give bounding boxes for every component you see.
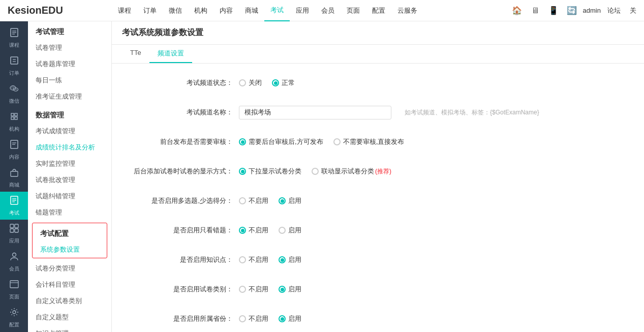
sec-item-sys-params[interactable]: 系统参数设置: [33, 242, 107, 258]
radio-province-disable[interactable]: 不启用: [239, 314, 268, 323]
page-title: 考试系统频道参数设置: [112, 21, 644, 45]
radio-display-linked[interactable]: 联动显示试卷分类(推荐): [312, 167, 391, 176]
monitor-icon[interactable]: 🖥: [528, 4, 542, 18]
sidebar-item-org[interactable]: 机构: [0, 108, 28, 136]
radio-knowledge-disable[interactable]: 不启用: [239, 255, 268, 264]
content-area: 考试系统频道参数设置 TTe 频道设置 考试频道状态： 关闭 正常: [112, 21, 644, 332]
svg-rect-27: [10, 229, 14, 232]
course-icon: [9, 27, 19, 40]
nav-item-exam[interactable]: 考试: [264, 0, 290, 21]
radio-audit-no[interactable]: 不需要审核,直接发布: [333, 137, 405, 146]
sec-item-error-correct[interactable]: 试题纠错管理: [28, 188, 111, 204]
svg-rect-30: [10, 281, 18, 288]
sidebar-item-course[interactable]: 课程: [0, 24, 28, 52]
sidebar-item-config[interactable]: 配置: [0, 304, 28, 331]
radio-label-normal: 正常: [282, 78, 295, 87]
nav-items: 课程 订单 微信 机构 内容 商城 考试 应用 会员 页面 配置 云服务: [112, 0, 510, 21]
sidebar-item-content[interactable]: 内容: [0, 136, 28, 164]
form-content: 考试频道状态： 关闭 正常 考试频道名称： 如考试频道、: [112, 64, 644, 332]
label-knowledge: 是否启用知识点：: [127, 255, 239, 264]
nav-item-cloud[interactable]: 云服务: [391, 0, 423, 21]
radio-label-multi-disable: 不启用: [249, 196, 268, 205]
svg-rect-25: [10, 224, 14, 228]
nav-right: 🏠 🖥 📱 🔄 admin 论坛 关: [510, 4, 644, 18]
radio-label-off: 关闭: [249, 78, 262, 87]
form-row-paper-type: 是否启用试卷类别： 不启用 启用: [127, 280, 629, 298]
sec-item-paper[interactable]: 试卷管理: [28, 40, 111, 56]
radio-audit-yes[interactable]: 需要后台审核后,方可发布: [239, 137, 323, 146]
tab-tte[interactable]: TTe: [122, 45, 149, 63]
input-hint-channel-name: 如考试频道、模拟考场、标签：{$GotExamName}: [405, 108, 539, 117]
phone-icon[interactable]: 📱: [546, 4, 561, 18]
radio-circle-knowledge-disable: [239, 256, 246, 263]
label-paper-type: 是否启用试卷类别：: [127, 285, 239, 294]
radio-wrong-only-disable[interactable]: 不启用: [239, 226, 268, 235]
radio-wrong-only-enable[interactable]: 启用: [279, 226, 301, 235]
radio-display-dropdown[interactable]: 下拉显示试卷分类: [239, 167, 301, 176]
nav-item-wechat[interactable]: 微信: [163, 0, 188, 21]
radio-multi-enable[interactable]: 启用: [279, 196, 301, 205]
sec-item-knowledge[interactable]: 知识点管理: [28, 325, 111, 332]
content-icon: [9, 139, 19, 152]
sec-item-custom-question[interactable]: 自定义题型: [28, 309, 111, 325]
label-status: 考试频道状态：: [127, 78, 239, 87]
nav-item-member[interactable]: 会员: [315, 0, 341, 21]
sidebar-item-config-label: 配置: [9, 321, 19, 328]
radio-province-enable[interactable]: 启用: [279, 314, 301, 323]
sec-item-daily[interactable]: 每日一练: [28, 72, 111, 88]
secondary-sidebar: 考试管理 试卷管理 试卷题库管理 每日一练 准考证生成管理 数据管理 考试成绩管…: [28, 21, 112, 332]
member-icon: [9, 251, 19, 264]
admin-dropdown[interactable]: admin: [583, 7, 601, 14]
sec-item-admission[interactable]: 准考证生成管理: [28, 88, 111, 105]
nav-item-app[interactable]: 应用: [290, 0, 315, 21]
home-icon[interactable]: 🏠: [510, 4, 524, 18]
refresh-icon[interactable]: 🔄: [565, 4, 579, 18]
form-row-audit: 前台发布是否需要审核： 需要后台审核后,方可发布 不需要审核,直接发布: [127, 133, 629, 151]
svg-point-32: [13, 311, 16, 314]
sec-item-question-bank[interactable]: 试卷题库管理: [28, 56, 111, 72]
forum-link[interactable]: 论坛: [605, 6, 623, 15]
sidebar-item-order[interactable]: 订单: [0, 52, 28, 80]
tab-channel[interactable]: 频道设置: [149, 45, 192, 63]
nav-item-shop[interactable]: 商城: [239, 0, 264, 21]
value-wrong-only: 不启用 启用: [239, 226, 301, 235]
radio-knowledge-enable[interactable]: 启用: [279, 255, 301, 264]
value-channel-name: 如考试频道、模拟考场、标签：{$GotExamName}: [239, 106, 539, 119]
sec-item-paper-category[interactable]: 试卷分类管理: [28, 260, 111, 277]
nav-item-page[interactable]: 页面: [341, 0, 366, 21]
nav-item-org[interactable]: 机构: [188, 0, 213, 21]
sidebar-item-app[interactable]: 应用: [0, 220, 28, 248]
sidebar-item-shop-label: 商城: [9, 182, 19, 189]
input-channel-name[interactable]: [239, 106, 391, 119]
wechat-icon: [9, 83, 19, 96]
value-province: 不启用 启用: [239, 314, 301, 323]
nav-item-config[interactable]: 配置: [366, 0, 391, 21]
close-link[interactable]: 关: [627, 6, 639, 15]
icon-sidebar: 课程 订单 微信 机构 内容: [0, 21, 28, 332]
sec-item-custom-type[interactable]: 自定义试卷类别: [28, 293, 111, 309]
sec-item-stats[interactable]: 成绩统计排名及分析: [28, 139, 111, 156]
sidebar-item-wechat[interactable]: 微信: [0, 80, 28, 108]
sec-item-review[interactable]: 试卷批改管理: [28, 172, 111, 188]
radio-label-paper-type-enable: 启用: [288, 285, 301, 294]
sidebar-item-member[interactable]: 会员: [0, 248, 28, 276]
sec-item-scores[interactable]: 考试成绩管理: [28, 123, 111, 139]
radio-paper-type-disable[interactable]: 不启用: [239, 285, 268, 294]
page-icon: [9, 279, 19, 292]
nav-item-course[interactable]: 课程: [112, 0, 137, 21]
nav-item-content[interactable]: 内容: [213, 0, 239, 21]
form-row-display: 后台添加试卷时试卷的显示方式： 下拉显示试卷分类 联动显示试卷分类(推荐): [127, 162, 629, 180]
sidebar-item-shop[interactable]: 商城: [0, 164, 28, 192]
radio-paper-type-enable[interactable]: 启用: [279, 285, 301, 294]
nav-item-order[interactable]: 订单: [137, 0, 163, 21]
sidebar-item-exam[interactable]: 考试: [0, 192, 28, 220]
sec-item-accounting[interactable]: 会计科目管理: [28, 277, 111, 293]
value-knowledge: 不启用 启用: [239, 255, 301, 264]
radio-status-off[interactable]: 关闭: [239, 78, 262, 87]
radio-status-normal[interactable]: 正常: [272, 78, 295, 87]
sidebar-item-content-label: 内容: [9, 154, 19, 161]
sec-item-wrong[interactable]: 错题管理: [28, 204, 111, 221]
sec-item-monitor[interactable]: 实时监控管理: [28, 156, 111, 172]
radio-multi-disable[interactable]: 不启用: [239, 196, 268, 205]
sidebar-item-page[interactable]: 页面: [0, 276, 28, 304]
